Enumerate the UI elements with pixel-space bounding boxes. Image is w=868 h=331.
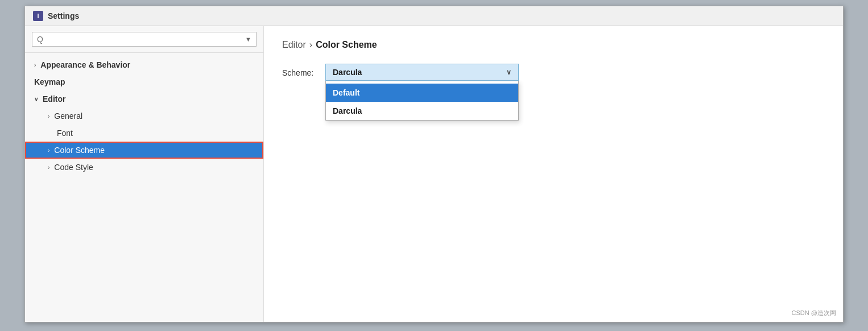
sidebar-item-label: Editor [43,94,65,104]
scheme-label: Scheme: [282,64,316,77]
sidebar-item-appearance[interactable]: › Appearance & Behavior [25,56,263,73]
dropdown-option-default[interactable]: Default [326,84,518,102]
dropdown-separator [326,81,518,81]
breadcrumb-chevron-icon: › [309,40,312,50]
dropdown-selected-value: Darcula [333,68,362,77]
scheme-dropdown-menu: Default Darcula [325,81,519,121]
sidebar-item-label: Keymap [34,77,65,86]
dropdown-option-darcula[interactable]: Darcula [326,102,518,120]
sidebar-item-general[interactable]: › General [25,107,263,125]
sidebar-item-label: Font [57,129,73,138]
app-icon: I [33,11,43,21]
left-panel: ▼ › Appearance & Behavior Keymap ∨ Edito… [25,26,264,322]
sidebar-item-color-scheme[interactable]: › Color Scheme [25,142,263,159]
right-panel: Editor › Color Scheme Scheme: Darcula ∨ … [264,26,843,322]
sidebar-item-font[interactable]: Font [25,125,263,142]
breadcrumb-editor: Editor [282,40,306,50]
search-bar: ▼ [25,26,263,53]
chevron-right-icon: › [48,147,49,154]
chevron-right-icon: › [34,62,36,68]
search-chevron-icon[interactable]: ▼ [245,36,251,43]
scheme-dropdown-selected[interactable]: Darcula ∨ [325,64,519,81]
content-area: ▼ › Appearance & Behavior Keymap ∨ Edito… [25,26,843,322]
watermark: CSDN @造次网 [792,309,836,317]
sidebar-item-keymap[interactable]: Keymap [25,73,263,90]
breadcrumb: Editor › Color Scheme [282,40,825,50]
window-title: Settings [48,11,79,20]
scheme-row: Scheme: Darcula ∨ Default Darcula [282,64,825,81]
sidebar-item-code-style[interactable]: › Code Style [25,159,263,176]
chevron-down-icon: ∨ [34,96,38,102]
chevron-right-icon: › [48,164,49,171]
title-bar: I Settings [25,6,843,26]
nav-tree: › Appearance & Behavior Keymap ∨ Editor … [25,53,263,322]
dropdown-chevron-icon: ∨ [506,68,511,76]
breadcrumb-color-scheme: Color Scheme [316,40,377,50]
sidebar-item-label: General [54,111,82,121]
sidebar-item-label: Appearance & Behavior [40,60,130,69]
sidebar-item-editor[interactable]: ∨ Editor [25,90,263,107]
chevron-right-icon: › [48,113,49,119]
sidebar-item-label: Color Scheme [54,146,105,155]
scheme-dropdown-container: Darcula ∨ Default Darcula [325,64,519,81]
search-input-wrap[interactable]: ▼ [32,32,257,47]
sidebar-item-label: Code Style [54,163,93,172]
settings-window: I Settings ▼ › Appearance & Behavior [24,6,844,322]
search-input[interactable] [37,35,243,44]
